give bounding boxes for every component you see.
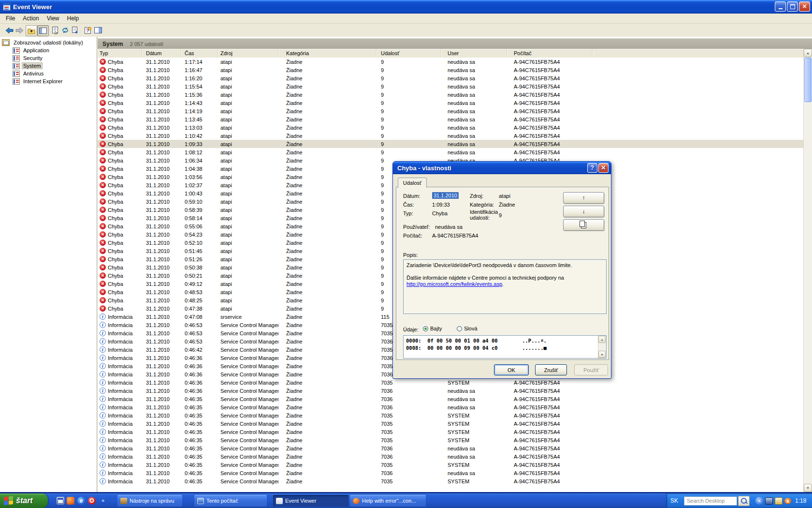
search-button[interactable] xyxy=(738,496,750,506)
column-header-počítač[interactable]: Počítač xyxy=(507,49,593,58)
up-folder-icon[interactable] xyxy=(26,25,37,36)
table-row[interactable]: ✕Chyba31.1.20101:16:47atapiŽiadne9neudáv… xyxy=(98,66,804,74)
event-log-icon xyxy=(13,47,20,54)
sidebar-item-antivirus[interactable]: Antivirus xyxy=(13,70,97,77)
hex-scrollbar[interactable]: ▲ ▼ xyxy=(598,336,606,358)
table-row[interactable]: iInformácia31.1.20100:46:35Service Contr… xyxy=(98,411,804,419)
radio-words[interactable]: Slová xyxy=(457,326,478,331)
taskbar-button-event-viewer[interactable]: Event Viewer xyxy=(273,495,348,507)
properties-icon[interactable] xyxy=(50,25,60,35)
menu-file[interactable]: File xyxy=(2,14,19,23)
sidebar-item-internet-explorer[interactable]: Internet Explorer xyxy=(13,77,97,85)
table-row[interactable]: iInformácia31.1.20100:46:35Service Contr… xyxy=(98,403,804,411)
column-header-typ[interactable]: Typ xyxy=(98,49,142,58)
menu-view[interactable]: View xyxy=(43,14,63,23)
start-button[interactable]: štart xyxy=(0,493,48,508)
table-row[interactable]: iInformácia31.1.20100:46:36Service Contr… xyxy=(98,387,804,395)
table-row[interactable]: ✕Chyba31.1.20101:13:45atapiŽiadne9neudáv… xyxy=(98,115,804,123)
table-row[interactable]: iInformácia31.1.20100:46:35Service Contr… xyxy=(98,452,804,461)
table-row[interactable]: ✕Chyba31.1.20101:17:14atapiŽiadne9neudáv… xyxy=(98,58,804,66)
table-row[interactable]: iInformácia31.1.20100:46:35Service Contr… xyxy=(98,461,804,469)
admin-tools-icon xyxy=(120,498,127,504)
help-icon[interactable]: ? xyxy=(82,25,93,35)
description-box[interactable]: Zariadenie \Device\Ide\IdePort3 neodpove… xyxy=(403,259,607,314)
hex-data-box[interactable]: 0000: 0f 00 50 00 01 00 a4 00 ..P...¤. 0… xyxy=(403,335,607,359)
language-indicator[interactable]: SK xyxy=(670,497,678,504)
menu-help[interactable]: Help xyxy=(63,14,83,23)
previous-event-button[interactable]: ↑ xyxy=(563,192,604,204)
table-header: TypDátumČasZdrojKategóriaUdalosťUserPočí… xyxy=(98,49,804,58)
display-tray-icon[interactable] xyxy=(765,497,773,505)
table-row[interactable]: iInformácia31.1.20100:46:36Service Contr… xyxy=(98,378,804,387)
table-row[interactable]: ✕Chyba31.1.20101:13:03atapiŽiadne9neudáv… xyxy=(98,123,804,132)
cancel-button[interactable]: Zrušiť xyxy=(535,364,567,375)
events-help-link[interactable]: http://go.microsoft.com/fwlink/events.as… xyxy=(406,281,502,287)
scroll-up-icon[interactable]: ▲ xyxy=(804,49,812,57)
quicklaunch-firefox-icon[interactable] xyxy=(67,497,74,505)
column-header-user[interactable]: User xyxy=(441,49,507,58)
avast-tray-icon[interactable]: a xyxy=(784,498,791,504)
table-row[interactable]: iInformácia31.1.20100:46:35Service Contr… xyxy=(98,444,804,452)
hex-scroll-down-icon[interactable]: ▼ xyxy=(598,351,606,358)
table-row[interactable]: iInformácia31.1.20100:46:35Service Contr… xyxy=(98,428,804,436)
scroll-down-icon[interactable]: ▼ xyxy=(804,484,812,492)
computer-value: A-94C7615FB75A4 xyxy=(432,233,478,239)
tab-event[interactable]: Udalosť xyxy=(398,178,427,188)
table-row[interactable]: iInformácia31.1.20100:46:35Service Contr… xyxy=(98,436,804,444)
taskbar-button-admin-tools[interactable]: Nástroje na správu xyxy=(117,495,182,507)
table-row[interactable]: ✕Chyba31.1.20101:08:12atapiŽiadne9neudáv… xyxy=(98,148,804,156)
copy-event-button[interactable] xyxy=(563,219,604,231)
table-row[interactable]: iInformácia31.1.20100:46:35Service Contr… xyxy=(98,477,804,485)
table-row[interactable]: ✕Chyba31.1.20101:16:20atapiŽiadne9neudáv… xyxy=(98,74,804,82)
scrollbar-thumb[interactable] xyxy=(804,58,812,102)
hide-tray-icons-icon[interactable]: < xyxy=(755,497,763,505)
menu-action[interactable]: Action xyxy=(19,14,43,23)
table-row[interactable]: ✕Chyba31.1.20101:14:19atapiŽiadne9neudáv… xyxy=(98,107,804,115)
column-header-kategória[interactable]: Kategória xyxy=(278,49,377,58)
security-tray-icon[interactable] xyxy=(775,497,783,505)
export-list-icon[interactable] xyxy=(70,25,81,35)
date-value[interactable]: 31.1.2010 xyxy=(432,192,459,199)
sidebar-item-application[interactable]: Application xyxy=(13,46,97,54)
close-button[interactable]: ✕ xyxy=(799,1,810,12)
quicklaunch-explorer-icon[interactable] xyxy=(57,497,64,505)
details-pane-icon[interactable] xyxy=(93,25,103,35)
radio-bytes[interactable]: Bajty xyxy=(423,326,442,331)
dialog-help-button[interactable]: ? xyxy=(587,163,597,173)
apply-button[interactable]: Použiť xyxy=(574,364,608,375)
dialog-close-button[interactable]: ✕ xyxy=(598,163,609,173)
quicklaunch-overflow-chevron[interactable]: » xyxy=(102,497,104,503)
next-event-button[interactable]: ↓ xyxy=(563,206,604,217)
table-row[interactable]: iInformácia31.1.20100:46:35Service Contr… xyxy=(98,469,804,477)
taskbar-button-firefox-help[interactable]: Help with error"...con... xyxy=(350,495,426,507)
table-row[interactable]: iInformácia31.1.20100:46:35Service Contr… xyxy=(98,419,804,428)
table-row[interactable]: iInformácia31.1.20100:46:35Service Contr… xyxy=(98,395,804,403)
column-header-čas[interactable]: Čas xyxy=(181,49,218,58)
column-header-udalosť[interactable]: Udalosť xyxy=(377,49,441,58)
show-hide-tree-icon[interactable] xyxy=(37,25,49,36)
forward-icon[interactable] xyxy=(14,25,25,35)
table-row[interactable]: ✕Chyba31.1.20101:14:43atapiŽiadne9neudáv… xyxy=(98,99,804,107)
column-header-dátum[interactable]: Dátum xyxy=(142,49,181,58)
refresh-icon[interactable] xyxy=(60,25,71,35)
table-row[interactable]: ✕Chyba31.1.20101:09:33atapiŽiadne9neudáv… xyxy=(98,140,804,148)
list-scrollbar[interactable]: ▲ ▼ xyxy=(803,49,812,492)
quicklaunch-opera-icon[interactable]: O xyxy=(88,497,96,505)
sidebar-item-security[interactable]: Security xyxy=(13,54,97,62)
taskbar-button-my-computer[interactable]: Tento počítač xyxy=(194,495,267,507)
table-row[interactable]: ✕Chyba31.1.20101:15:54atapiŽiadne9neudáv… xyxy=(98,82,804,90)
quicklaunch-ie-icon[interactable]: e xyxy=(77,497,85,505)
restore-button[interactable] xyxy=(787,1,798,12)
minimize-button[interactable] xyxy=(775,1,786,12)
type-value: Chyba xyxy=(432,210,448,216)
tree-root-item[interactable]: Zobrazovač udalostí (lokálny) xyxy=(2,39,97,46)
ok-button[interactable]: OK xyxy=(494,364,529,375)
error-icon: ✕ xyxy=(100,198,106,205)
search-desktop-input[interactable]: Search Desktop xyxy=(684,496,737,506)
back-icon[interactable] xyxy=(4,25,14,35)
hex-scroll-up-icon[interactable]: ▲ xyxy=(598,336,606,343)
column-header-zdroj[interactable]: Zdroj xyxy=(218,49,278,58)
table-row[interactable]: ✕Chyba31.1.20101:15:36atapiŽiadne9neudáv… xyxy=(98,90,804,99)
table-row[interactable]: ✕Chyba31.1.20101:10:42atapiŽiadne9neudáv… xyxy=(98,132,804,140)
sidebar-item-system[interactable]: System xyxy=(13,62,97,70)
